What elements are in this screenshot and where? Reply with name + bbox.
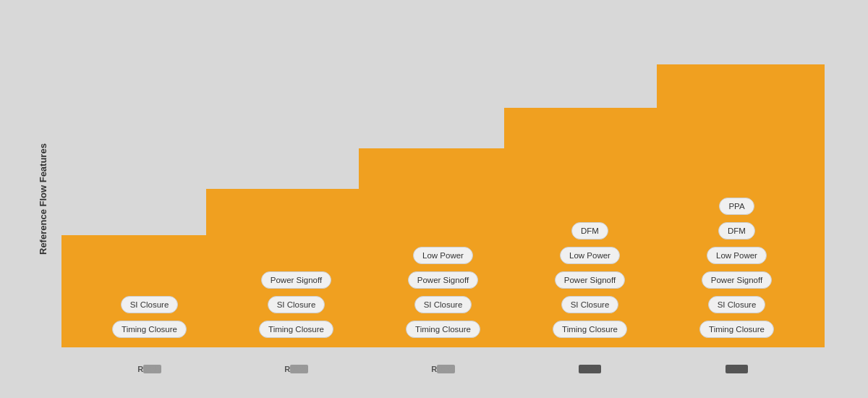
badge-col5-timing: Timing Closure [699, 321, 774, 338]
badge-col3-power: Power Signoff [408, 271, 478, 289]
badge-col4-dfm: DFM [571, 222, 608, 240]
badge-col4-lowpower: Low Power [560, 247, 620, 264]
badge-col5-power: Power Signoff [702, 271, 772, 289]
badge-col5-si: SI Closure [708, 296, 766, 313]
x-label-3: R0000 [393, 365, 494, 373]
x-label-2: R0000 [246, 365, 347, 373]
badge-col5-ppa: PPA [719, 198, 754, 215]
bar-col-3: Low Power Power Signoff SI Closure Timin… [393, 148, 494, 347]
bar-col-1: SI Closure Timing Closure [99, 239, 200, 348]
badge-col3-si: SI Closure [414, 296, 472, 313]
x-label-1: R0000 [99, 365, 200, 373]
badge-col3-timing: Timing Closure [406, 321, 480, 338]
x-label-4: 00000 [540, 365, 641, 373]
badge-col4-power: Power Signoff [555, 271, 625, 289]
bars-area: SI Closure Timing Closure Power Signoff … [61, 36, 825, 347]
badge-col4-si: SI Closure [561, 296, 619, 313]
bar-col-5: PPA DFM Low Power Power Signoff SI Closu… [686, 64, 788, 347]
badge-col4-timing: Timing Closure [553, 321, 627, 338]
x-axis: R0000 R0000 R0000 00000 00000 [61, 365, 825, 373]
chart-container: Reference Flow Features SI Closure Timin… [36, 22, 832, 376]
badge-col2-timing: Timing Closure [259, 321, 333, 338]
badge-col1-si: SI Closure [121, 296, 179, 313]
x-label-5: 00000 [686, 365, 788, 373]
badge-col5-dfm: DFM [718, 222, 755, 240]
badge-col5-lowpower: Low Power [707, 247, 767, 264]
badge-col2-si: SI Closure [268, 296, 326, 313]
badge-col2-power: Power Signoff [261, 271, 331, 289]
badge-col3-lowpower: Low Power [413, 247, 473, 264]
badge-col1-timing: Timing Closure [112, 321, 187, 338]
y-axis-label: Reference Flow Features [38, 141, 48, 257]
bar-col-2: Power Signoff SI Closure Timing Closure [246, 189, 347, 347]
bar-col-4: DFM Low Power Power Signoff SI Closure T… [540, 108, 641, 347]
